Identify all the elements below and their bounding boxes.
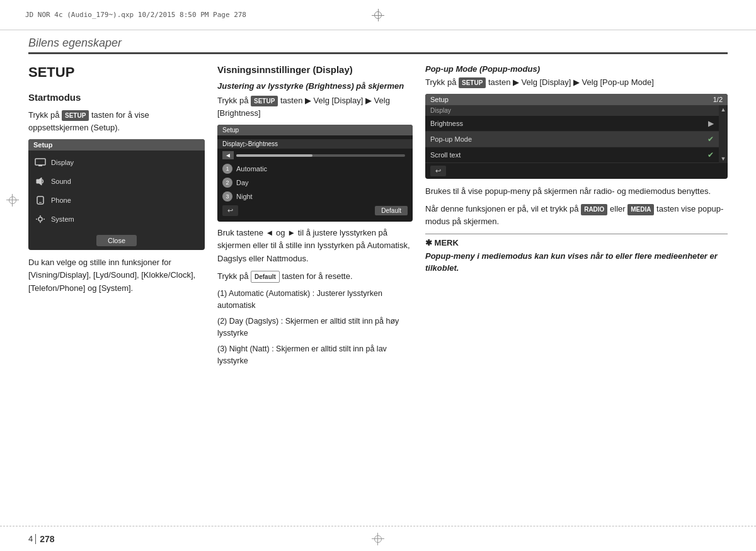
middle-title: Visningsinnstillinger (Display)	[217, 64, 413, 75]
svg-rect-0	[35, 159, 45, 165]
brightness-slider-row: ◄	[217, 149, 413, 162]
right-screen: Setup 1/2 Display Brightness ▶ Pop-up Mo…	[425, 94, 728, 179]
brightness-day-row: 2 Day	[217, 176, 413, 190]
startmodus-title: Startmodus	[28, 92, 205, 103]
right-screen-header: Setup 1/2	[425, 94, 728, 105]
footer: 4 278	[0, 526, 756, 551]
right-screen-wrapper: Setup 1/2 Display Brightness ▶ Pop-up Mo…	[425, 94, 728, 179]
right-screen-sub-header: Display	[425, 105, 719, 116]
brightness-screen-header: Setup	[217, 125, 413, 135]
right-screen-row-popup: Pop-up Mode ✔	[425, 132, 719, 147]
svg-rect-4	[39, 202, 42, 203]
brightness-night-row: 3 Night	[217, 190, 413, 203]
left-screen-menu: Display Sound	[28, 151, 205, 231]
page-title: Bilens egenskaper	[28, 37, 728, 50]
middle-default-instruction: Trykk på Default tasten for å resette.	[217, 270, 413, 283]
merk-section: ✱ MERK Popup-meny i mediemodus kan kun v…	[425, 234, 728, 275]
left-menu-row-sound: Sound	[28, 172, 205, 191]
middle-list: (1) Automatic (Automatisk) : Justerer ly…	[217, 288, 413, 367]
brightness-screen: Setup Display▷Brightness ◄ 1 Automatic	[217, 125, 413, 222]
media-button-ref: MEDIA	[627, 204, 654, 215]
scroll-up-arrow[interactable]: ▲	[721, 106, 726, 113]
slider-left-arrow[interactable]: ◄	[222, 151, 234, 159]
middle-instructions: Bruk tastene ◄ og ► til å justere lyssty…	[217, 227, 413, 264]
slider-track	[236, 154, 405, 157]
middle-step1: Trykk på SETUP tasten ▶ Velg [Display] ▶…	[217, 94, 413, 120]
circle-2: 2	[222, 178, 232, 188]
radio-button-ref: RADIO	[581, 204, 607, 215]
svg-marker-2	[37, 178, 42, 185]
page-content: Bilens egenskaper SETUP Startmodus Trykk…	[0, 30, 756, 526]
merk-body: Popup-meny i mediemodus kan kun vises nå…	[425, 250, 728, 275]
popup-check-icon: ✔	[707, 135, 714, 144]
close-btn-row: Close	[28, 231, 205, 250]
setup-title: SETUP	[28, 64, 205, 81]
brightness-default-button[interactable]: Default	[375, 206, 408, 215]
right-column: Pop-up Mode (Popup-modus) Trykk på SETUP…	[425, 64, 728, 275]
brightness-screen-content: Display▷Brightness ◄ 1 Automatic 2 Day	[217, 135, 413, 222]
merk-title: ✱ MERK	[425, 238, 728, 247]
footer-num: 4	[28, 534, 33, 543]
right-desc2: Når denne funksjonen er på, vil et trykk…	[425, 203, 728, 228]
left-column: SETUP Startmodus Trykk på SETUP tasten f…	[28, 64, 205, 300]
footer-page: 278	[35, 534, 54, 544]
right-screen-back-row: ↩	[425, 163, 728, 179]
setup-button-inline-middle: SETUP	[251, 96, 278, 107]
sound-icon	[33, 174, 47, 188]
right-screen-scrollbar[interactable]: ▲ ▼	[719, 105, 728, 163]
left-screen-mockup: Setup Display	[28, 139, 205, 250]
left-body-text: Du kan velge og stille inn funksjoner fo…	[28, 256, 205, 294]
popup-step1: Trykk på SETUP tasten ▶ Velg [Display] ▶…	[425, 76, 728, 89]
default-button-ref: Default	[251, 271, 280, 283]
circle-1: 1	[222, 164, 232, 174]
left-menu-row-display: Display	[28, 153, 205, 172]
print-info: JD NOR 4c (Audio_179~).qxp 10/2/2015 8:5…	[25, 11, 246, 19]
left-menu-row-phone: Phone	[28, 191, 205, 210]
svg-rect-3	[37, 196, 43, 204]
setup-button-inline-right: SETUP	[459, 77, 486, 89]
left-menu-row-system: System	[28, 210, 205, 229]
phone-icon	[33, 193, 47, 207]
scroll-check-icon: ✔	[707, 151, 714, 159]
svg-rect-1	[38, 165, 42, 166]
close-button[interactable]: Close	[96, 235, 137, 246]
right-screen-body: Display Brightness ▶ Pop-up Mode ✔ Scrol…	[425, 105, 728, 163]
left-cross-mark	[6, 194, 19, 207]
middle-column: Visningsinnstillinger (Display) Justerin…	[217, 64, 413, 370]
display-icon	[33, 156, 47, 169]
scroll-down-arrow[interactable]: ▼	[721, 156, 726, 162]
middle-subtitle: Justering av lysstyrke (Brightness) på s…	[217, 81, 413, 91]
brightness-breadcrumb: Display▷Brightness	[217, 139, 413, 149]
list-item-2: (2) Day (Dagslys) : Skjermen er alltid s…	[217, 315, 413, 340]
slider-fill	[236, 154, 312, 157]
popup-mode-section: Pop-up Mode (Popup-modus) Trykk på SETUP…	[425, 64, 728, 89]
page-header: Bilens egenskaper	[28, 37, 728, 54]
right-screen-row-scroll: Scroll text ✔	[425, 147, 719, 163]
top-marks: JD NOR 4c (Audio_179~).qxp 10/2/2015 8:5…	[0, 0, 756, 30]
svg-point-5	[38, 217, 42, 221]
left-screen-header: Setup	[28, 139, 205, 151]
setup-button-inline-left: SETUP	[62, 110, 89, 122]
brightness-bottom-row: ↩ Default	[217, 203, 413, 218]
right-desc1: Brukes til å vise popup-meny på skjermen…	[425, 185, 728, 198]
list-item-3: (3) Night (Natt) : Skjermen er alltid st…	[217, 343, 413, 368]
right-screen-row-brightness: Brightness ▶	[425, 116, 719, 132]
bottom-center-cross	[372, 533, 384, 545]
brightness-back-button[interactable]: ↩	[222, 205, 238, 216]
brightness-row-arrow: ▶	[708, 119, 714, 128]
list-item-1: (1) Automatic (Automatisk) : Justerer ly…	[217, 288, 413, 312]
content-columns: SETUP Startmodus Trykk på SETUP tasten f…	[28, 64, 728, 370]
brightness-auto-row: 1 Automatic	[217, 162, 413, 176]
popup-mode-title: Pop-up Mode (Popup-modus)	[425, 64, 728, 74]
circle-3: 3	[222, 191, 232, 202]
system-icon	[33, 212, 47, 226]
right-back-button[interactable]: ↩	[430, 166, 446, 176]
footer-page-numbers: 4 278	[28, 534, 55, 544]
startmodus-body: Trykk på SETUP tasten for å vise oppsett…	[28, 109, 205, 134]
